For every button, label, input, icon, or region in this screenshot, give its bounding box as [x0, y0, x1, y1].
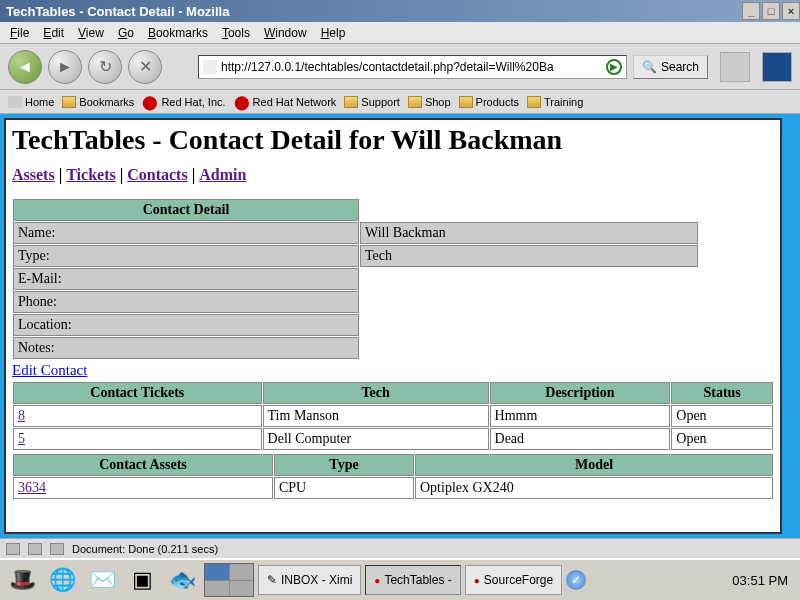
back-button[interactable]: ◄: [8, 50, 42, 84]
workspace-pager[interactable]: [204, 563, 254, 597]
detail-header: Contact Detail: [13, 199, 359, 221]
mozilla-logo-icon: [762, 52, 792, 82]
menu-help[interactable]: Help: [321, 26, 346, 40]
assets-table: Contact Assets Type Model 3634CPUOptiple…: [12, 453, 774, 500]
nav-assets[interactable]: Assets: [12, 166, 55, 183]
page-nav: Assets | Tickets | Contacts | Admin: [12, 166, 774, 184]
table-row: 3634CPUOptiplex GX240: [13, 477, 773, 499]
window-title: TechTables - Contact Detail - Mozilla: [6, 4, 229, 19]
nav-admin[interactable]: Admin: [199, 166, 246, 183]
system-taskbar: 🎩 🌐 ✉️ ▣ 🐟 ✎INBOX - Ximi ●TechTables - ●…: [0, 558, 800, 600]
page-icon: [50, 543, 64, 555]
bookmark-home[interactable]: Home: [8, 96, 54, 108]
table-row: Name:Will Backman: [13, 222, 698, 244]
window-titlebar: TechTables - Contact Detail - Mozilla _ …: [0, 0, 800, 22]
favicon-icon: [203, 60, 217, 74]
table-row: 5Dell ComputerDeadOpen: [13, 428, 773, 450]
menu-view[interactable]: View: [78, 26, 104, 40]
url-bar[interactable]: ▶: [198, 55, 627, 79]
folder-icon: [527, 96, 541, 108]
taskbar-button[interactable]: ●TechTables -: [365, 565, 460, 595]
bookmark-shop[interactable]: Shop: [408, 96, 451, 108]
edit-contact-link[interactable]: Edit Contact: [12, 362, 87, 378]
search-button[interactable]: 🔍 Search: [633, 55, 708, 79]
browser-statusbar: Document: Done (0.211 secs): [0, 538, 800, 558]
menu-window[interactable]: Window: [264, 26, 307, 40]
folder-icon: [344, 96, 358, 108]
page-content: TechTables - Contact Detail for Will Bac…: [4, 118, 782, 534]
bookmarks-toolbar: Home Bookmarks ⬤Red Hat, Inc. ⬤Red Hat N…: [0, 90, 800, 114]
reload-button[interactable]: ↻: [88, 50, 122, 84]
table-row: Type:Tech: [13, 245, 698, 267]
table-row: Location:: [13, 314, 698, 336]
navigation-toolbar: ◄ ► ↻ ✕ ▶ 🔍 Search: [0, 44, 800, 90]
bookmark-redhat[interactable]: ⬤Red Hat, Inc.: [142, 94, 225, 110]
table-row: Notes:: [13, 337, 698, 359]
bookmark-rhn[interactable]: ⬤Red Hat Network: [234, 94, 337, 110]
ticket-link[interactable]: 8: [18, 408, 25, 423]
minimize-button[interactable]: _: [742, 2, 760, 20]
nav-contacts[interactable]: Contacts: [127, 166, 187, 183]
page-title: TechTables - Contact Detail for Will Bac…: [12, 124, 774, 156]
go-button[interactable]: ▶: [606, 59, 622, 75]
url-input[interactable]: [221, 60, 606, 74]
browser-viewport: TechTables - Contact Detail for Will Bac…: [0, 114, 800, 538]
redhat-icon: ⬤: [142, 94, 158, 110]
table-row: E-Mail:: [13, 268, 698, 290]
redhat-icon: ⬤: [234, 94, 250, 110]
stop-button[interactable]: ✕: [128, 50, 162, 84]
menubar: File Edit View Go Bookmarks Tools Window…: [0, 22, 800, 44]
contact-detail-table: Contact Detail Name:Will Backman Type:Te…: [12, 198, 699, 360]
menu-edit[interactable]: Edit: [43, 26, 64, 40]
bookmark-support[interactable]: Support: [344, 96, 400, 108]
terminal-launcher-icon[interactable]: ▣: [124, 563, 160, 597]
folder-icon: [459, 96, 473, 108]
ticket-link[interactable]: 5: [18, 431, 25, 446]
mail-icon[interactable]: [28, 543, 42, 555]
browser-launcher-icon[interactable]: 🌐: [44, 563, 80, 597]
maximize-button[interactable]: □: [762, 2, 780, 20]
status-text: Document: Done (0.211 secs): [72, 543, 218, 555]
forward-button[interactable]: ►: [48, 50, 82, 84]
tray-update-icon[interactable]: ✓: [566, 570, 586, 590]
tickets-table: Contact Tickets Tech Description Status …: [12, 381, 774, 451]
mail-launcher-icon[interactable]: ✉️: [84, 563, 120, 597]
table-row: Phone:: [13, 291, 698, 313]
security-icon: [6, 543, 20, 555]
folder-icon: [408, 96, 422, 108]
close-button[interactable]: ×: [782, 2, 800, 20]
asset-link[interactable]: 3634: [18, 480, 46, 495]
menu-tools[interactable]: Tools: [222, 26, 250, 40]
bookmark-products[interactable]: Products: [459, 96, 519, 108]
table-row: 8Tim MansonHmmmOpen: [13, 405, 773, 427]
menu-go[interactable]: Go: [118, 26, 134, 40]
taskbar-button[interactable]: ✎INBOX - Ximi: [258, 565, 361, 595]
bookmark-training[interactable]: Training: [527, 96, 583, 108]
app-launcher-icon[interactable]: 🐟: [164, 563, 200, 597]
menu-file[interactable]: File: [10, 26, 29, 40]
start-menu-icon[interactable]: 🎩: [4, 563, 40, 597]
home-icon: [8, 96, 22, 108]
folder-icon: [62, 96, 76, 108]
menu-bookmarks[interactable]: Bookmarks: [148, 26, 208, 40]
taskbar-button[interactable]: ●SourceForge: [465, 565, 562, 595]
print-icon[interactable]: [720, 52, 750, 82]
system-clock[interactable]: 03:51 PM: [732, 573, 796, 588]
nav-tickets[interactable]: Tickets: [66, 166, 115, 183]
bookmark-bookmarks[interactable]: Bookmarks: [62, 96, 134, 108]
